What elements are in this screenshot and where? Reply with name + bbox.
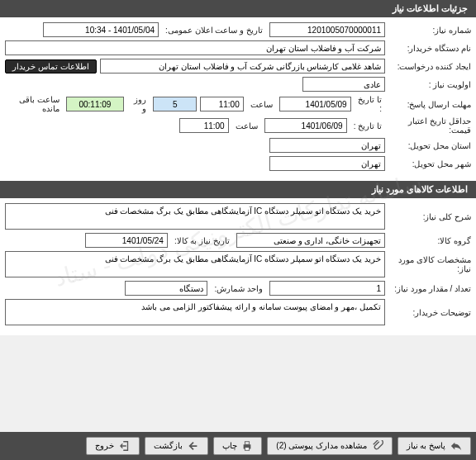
label-delivery-province: استان محل تحویل: — [388, 141, 471, 150]
print-label: چاپ — [222, 441, 237, 450]
reply-icon — [450, 440, 462, 452]
field-province: تهران — [269, 138, 385, 153]
field-goods-spec: خرید یک دستگاه اتو سمپلر دستگاه IC آزمای… — [5, 251, 385, 277]
label-priority: اولویت نیاز : — [388, 80, 471, 89]
label-validity-deadline: حداقل تاریخ اعتبار قیمت: — [388, 116, 471, 135]
section1-body: شماره نیاز: 1201005070000011 تاریخ و ساع… — [0, 17, 476, 181]
label-response-deadline: مهلت ارسال پاسخ: — [388, 100, 471, 109]
field-request-creator: شاهد غلامی کارشناس بازرگانی شرکت آب و فا… — [100, 59, 385, 74]
exit-label: خروج — [95, 441, 114, 450]
label-remaining: ساعت باقی مانده — [5, 95, 63, 113]
label-to-date-2: تا تاریخ : — [350, 121, 385, 130]
section2-body: شرح کلی نیاز: خرید یک دستگاه اتو سمپلر د… — [0, 198, 476, 335]
field-need-summary: خرید یک دستگاه اتو سمپلر دستگاه IC آزمای… — [5, 203, 385, 230]
label-day-and: روز و — [127, 95, 150, 113]
label-goods-group: گروه کالا: — [388, 236, 471, 245]
field-city: تهران — [269, 156, 385, 171]
field-buyer-name: شرکت آب و فاضلاب استان تهران — [5, 40, 385, 55]
exit-icon — [119, 440, 131, 452]
field-goods-group: تجهیزات خانگی، اداری و صنعتی — [236, 233, 385, 248]
respond-label: پاسخ به نیاز — [407, 441, 446, 450]
svg-rect-1 — [245, 442, 250, 445]
field-public-announce: 1401/05/04 - 10:34 — [43, 22, 159, 37]
section2-header: اطلاعات کالاهای مورد نیاز — [0, 181, 476, 198]
exit-button[interactable]: خروج — [86, 437, 140, 455]
field-time-left: 00:11:09 — [66, 97, 124, 111]
label-buyer-notes: توضیحات خریدار: — [388, 308, 471, 317]
back-button[interactable]: بازگشت — [145, 437, 208, 455]
label-to-date-1: تا تاریخ : — [355, 95, 385, 113]
field-response-date: 1401/05/09 — [279, 97, 351, 111]
section1-header: جزئیات اطلاعات نیاز — [0, 0, 476, 17]
field-days-left: 5 — [153, 97, 197, 111]
field-buyer-notes: تکمیل ،مهر و امضای پیوست سامانه و ارائه … — [5, 299, 385, 325]
view-attachments-label: مشاهده مدارک پیوستی (2) — [276, 441, 367, 450]
field-unit: دستگاه — [125, 281, 207, 296]
back-label: بازگشت — [154, 441, 183, 450]
field-quantity: 1 — [269, 281, 385, 296]
label-public-announce: تاریخ و ساعت اعلان عمومی: — [162, 26, 266, 35]
label-delivery-city: شهر محل تحویل: — [388, 159, 471, 168]
field-need-date: 1401/05/24 — [85, 233, 168, 248]
footer-bar: پاسخ به نیاز مشاهده مدارک پیوستی (2) چاپ… — [0, 432, 476, 460]
print-icon — [241, 440, 253, 452]
label-buyer-name: نام دستگاه خریدار: — [388, 44, 471, 53]
field-need-number: 1201005070000011 — [269, 22, 385, 37]
view-attachments-button[interactable]: مشاهده مدارک پیوستی (2) — [267, 437, 392, 455]
label-time-1: ساعت — [247, 100, 276, 109]
contact-buyer-button[interactable]: اطلاعات تماس خریدار — [5, 59, 97, 74]
back-icon — [188, 440, 199, 452]
field-validity-date: 1401/06/09 — [264, 118, 347, 133]
label-need-summary: شرح کلی نیاز: — [388, 212, 471, 221]
attachment-icon — [372, 440, 383, 452]
svg-rect-2 — [245, 448, 250, 451]
label-need-date: تاریخ نیاز به کالا: — [171, 236, 233, 245]
respond-button[interactable]: پاسخ به نیاز — [397, 437, 471, 455]
field-response-time: 11:00 — [200, 97, 244, 111]
label-goods-spec: مشخصات کالای مورد نیاز: — [388, 255, 471, 273]
label-unit: واحد شمارش: — [211, 284, 266, 293]
label-quantity: تعداد / مقدار مورد نیاز: — [388, 284, 471, 293]
field-validity-time: 11:00 — [179, 118, 229, 133]
label-request-creator: ایجاد کننده درخواست: — [388, 62, 471, 71]
label-need-number: شماره نیاز: — [388, 26, 471, 35]
field-priority: عادی — [302, 77, 385, 92]
label-time-2: ساعت — [232, 121, 261, 130]
print-button[interactable]: چاپ — [213, 437, 263, 455]
